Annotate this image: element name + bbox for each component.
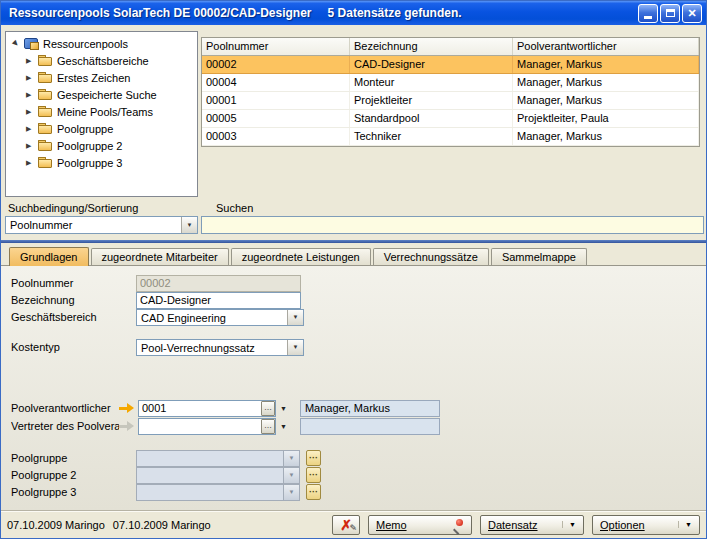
optionen-button[interactable]: Optionen ▼ — [592, 515, 700, 535]
cell-poolnummer: 00005 — [202, 110, 350, 127]
poolverantwortlicher-display: Manager, Markus — [300, 400, 440, 417]
tree-expand-icon[interactable]: ▶ — [26, 142, 38, 149]
search-input[interactable] — [201, 216, 704, 234]
tab-verrechnungssaetze[interactable]: Verrechnungssätze — [373, 248, 489, 265]
lookup-button[interactable]: … — [261, 401, 275, 416]
folder-icon — [38, 89, 52, 100]
vertreter-display — [300, 418, 440, 435]
datensatz-button-label: Datensatz — [488, 519, 538, 531]
tree-expand-icon[interactable]: ▶ — [26, 91, 38, 98]
lookup-button[interactable]: … — [261, 419, 275, 434]
poolverantwortlicher-lookup-field: … — [138, 400, 276, 417]
tree-item-poolgruppe[interactable]: ▶ Poolgruppe — [6, 120, 197, 137]
poolverantwortlicher-label: Poolverantwortlicher — [11, 402, 119, 414]
tree-item-label: Meine Pools/Teams — [57, 106, 153, 118]
column-header-poolnummer[interactable]: Poolnummer — [202, 38, 350, 55]
flow-arrow-icon — [119, 403, 134, 413]
tab-label: Grundlagen — [20, 251, 78, 263]
table-row[interactable]: 00001 Projektleiter Manager, Markus — [202, 92, 699, 110]
chevron-down-icon[interactable]: ▼ — [287, 310, 303, 325]
form-row-vertreter: Vertreter des Poolveran … ▼ — [11, 417, 698, 435]
folder-icon — [38, 157, 52, 168]
tree-item-meine-pools-teams[interactable]: ▶ Meine Pools/Teams — [6, 103, 197, 120]
chevron-down-icon: ▼ — [283, 485, 299, 500]
tab-label: zugeordnete Mitarbeiter — [102, 251, 218, 263]
close-button[interactable]: ✕ — [682, 4, 702, 23]
pushpin-icon — [453, 518, 464, 531]
navigation-tree: ▶ Ressourcenpools ▶ Geschäftsbereiche ▶ … — [5, 31, 198, 197]
form-row-geschaeftsbereich: Geschäftsbereich CAD Engineering ▼ — [11, 308, 698, 326]
folder-icon — [38, 140, 52, 151]
tree-root-ressourcenpools[interactable]: ▶ Ressourcenpools — [6, 35, 197, 52]
cell-poolnummer: 00003 — [202, 128, 350, 145]
dropdown-arrow-icon[interactable]: ▼ — [280, 405, 287, 412]
vertreter-input[interactable] — [138, 418, 276, 435]
pencil-icon: ✎ — [349, 523, 357, 533]
tree-expand-icon[interactable]: ▶ — [26, 57, 38, 64]
folder-icon — [38, 106, 52, 117]
tree-expand-icon[interactable]: ▶ — [26, 159, 38, 166]
tab-grundlagen[interactable]: Grundlagen — [9, 247, 89, 266]
chevron-down-icon: ▼ — [562, 521, 576, 528]
detail-form: Poolnummer Bezeichnung Geschäftsbereich … — [1, 266, 706, 510]
kostentyp-select[interactable]: Pool-Verrechnungssatz ▼ — [136, 339, 304, 356]
tree-item-poolgruppe-3[interactable]: ▶ Poolgruppe 3 — [6, 154, 197, 171]
geschaeftsbereich-label: Geschäftsbereich — [11, 311, 136, 323]
browse-button[interactable]: ··· — [306, 467, 321, 483]
geschaeftsbereich-select[interactable]: CAD Engineering ▼ — [136, 309, 304, 326]
titlebar: Ressourcenpools SolarTech DE 00002/CAD-D… — [1, 1, 706, 25]
tab-zugeordnete-mitarbeiter[interactable]: zugeordnete Mitarbeiter — [91, 248, 229, 265]
table-row[interactable]: 00003 Techniker Manager, Markus — [202, 128, 699, 146]
sort-condition-select[interactable]: Poolnummer ▼ — [5, 216, 198, 234]
chevron-down-icon: ▼ — [283, 451, 299, 466]
tab-bar: Grundlagen zugeordnete Mitarbeiter zugeo… — [1, 247, 706, 266]
browse-button[interactable]: ··· — [306, 450, 321, 466]
folder-icon — [38, 72, 52, 83]
poolgruppe-2-value — [137, 468, 283, 483]
poolnummer-label: Poolnummer — [11, 277, 136, 289]
memo-button-label: Memo — [376, 519, 407, 531]
memo-button[interactable]: Memo — [368, 515, 472, 535]
tree-item-label: Geschäftsbereiche — [57, 55, 149, 67]
cell-bezeichnung: CAD-Designer — [350, 56, 513, 73]
tree-item-geschaeftsbereiche[interactable]: ▶ Geschäftsbereiche — [6, 52, 197, 69]
tree-item-label: Poolgruppe 2 — [57, 140, 122, 152]
tree-item-gespeicherte-suche[interactable]: ▶ Gespeicherte Suche — [6, 86, 197, 103]
datensatz-button[interactable]: Datensatz ▼ — [480, 515, 584, 535]
tree-item-poolgruppe-2[interactable]: ▶ Poolgruppe 2 — [6, 137, 197, 154]
minimize-button[interactable] — [638, 4, 658, 23]
cell-poolverantwortlicher: Manager, Markus — [513, 128, 699, 145]
cell-bezeichnung: Projektleiter — [350, 92, 513, 109]
browse-button[interactable]: ··· — [306, 484, 321, 500]
section-divider — [1, 240, 706, 243]
table-row[interactable]: 00004 Monteur Manager, Markus — [202, 74, 699, 92]
application-window: { "colors": { "titlebar_blue": "#0853E0"… — [0, 0, 707, 539]
tree-expand-icon[interactable]: ▶ — [26, 125, 38, 132]
poolverantwortlicher-input[interactable] — [138, 400, 276, 417]
results-table: Poolnummer Bezeichnung Poolverantwortlic… — [201, 37, 700, 147]
tab-label: Verrechnungssätze — [384, 251, 478, 263]
poolgruppe-select: ▼ — [136, 450, 300, 467]
table-row[interactable]: 00002 CAD-Designer Manager, Markus — [202, 56, 699, 74]
column-header-poolverantwortlicher[interactable]: Poolverantwortlicher — [513, 38, 699, 55]
bezeichnung-field[interactable] — [136, 292, 301, 309]
tree-item-erstes-zeichen[interactable]: ▶ Erstes Zeichen — [6, 69, 197, 86]
chevron-down-icon[interactable]: ▼ — [287, 340, 303, 355]
cell-bezeichnung: Standardpool — [350, 110, 513, 127]
dropdown-arrow-icon[interactable]: ▼ — [280, 423, 287, 430]
form-row-bezeichnung: Bezeichnung — [11, 291, 698, 309]
chevron-down-icon[interactable]: ▼ — [181, 217, 197, 233]
tree-expand-icon[interactable]: ▶ — [26, 108, 38, 115]
cell-poolnummer: 00004 — [202, 74, 350, 91]
column-header-bezeichnung[interactable]: Bezeichnung — [350, 38, 513, 55]
poolgruppe-3-select: ▼ — [136, 484, 300, 501]
kostentyp-value: Pool-Verrechnungssatz — [137, 340, 287, 355]
tree-expand-icon[interactable]: ▶ — [26, 74, 38, 81]
table-row[interactable]: 00005 Standardpool Projektleiter, Paula — [202, 110, 699, 128]
poolgruppe-2-label: Poolgruppe 2 — [11, 469, 136, 481]
tab-zugeordnete-leistungen[interactable]: zugeordnete Leistungen — [231, 248, 371, 265]
tab-sammelmappe[interactable]: Sammelmappe — [491, 248, 587, 265]
cancel-edit-button[interactable]: ✗ ✎ — [332, 515, 360, 535]
maximize-button[interactable] — [660, 4, 680, 23]
form-row-poolgruppe: Poolgruppe ▼ ··· — [11, 449, 698, 467]
